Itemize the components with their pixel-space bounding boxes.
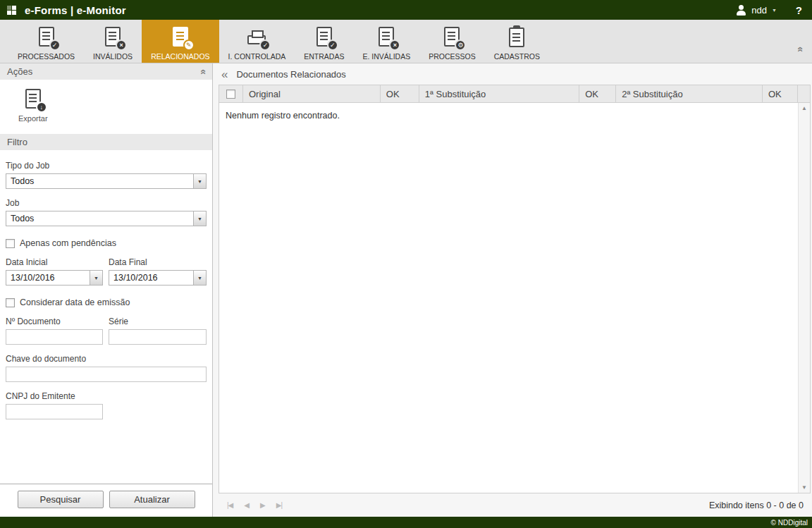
- header-scroll-corner: [798, 85, 810, 102]
- column-header-original[interactable]: Original: [243, 85, 381, 102]
- ribbon-item-invalidos[interactable]: × INVÁLIDOS: [84, 20, 142, 63]
- doc-attach-icon: ✎: [168, 25, 193, 49]
- data-final-picker[interactable]: 13/10/2016 ▼: [109, 270, 207, 286]
- top-bar: e-Forms | e-Monitor ndd ▼ ?: [0, 0, 812, 20]
- ribbon-item-relacionados[interactable]: ✎ RELACIONADOS: [142, 20, 219, 63]
- num-documento-label: Nº Documento: [6, 317, 103, 326]
- ribbon-collapse-button[interactable]: »: [796, 43, 802, 56]
- atualizar-button[interactable]: Atualizar: [109, 491, 195, 508]
- sidebar: Ações » ↓ Exportar Filtro Tipo do Job To…: [0, 63, 213, 517]
- column-header-2a-substituicao[interactable]: 2ª Substituição: [616, 85, 763, 102]
- pendencias-label: Apenas com pendências: [20, 238, 116, 248]
- ribbon-item-processados[interactable]: ✓ PROCESSADOS: [8, 20, 84, 63]
- status-bar: © NDDigital: [0, 517, 812, 528]
- app-title: e-Forms | e-Monitor: [25, 4, 126, 16]
- serie-input[interactable]: [109, 329, 207, 345]
- ribbon-item-label: E. INVÁLIDAS: [362, 52, 410, 61]
- select-all-cell: [219, 85, 243, 102]
- doc-x-icon: ×: [100, 25, 125, 49]
- ribbon-item-label: I. CONTROLADA: [228, 52, 286, 61]
- filter-form: Tipo do Job Todos ▼ Job Todos ▼ Apenas c…: [0, 150, 212, 419]
- column-header-ok-3[interactable]: OK: [763, 85, 798, 102]
- pesquisar-button[interactable]: Pesquisar: [18, 491, 104, 508]
- last-page-button[interactable]: ▶|: [276, 501, 282, 509]
- filter-section-header: Filtro: [0, 134, 212, 150]
- page-title: Documentos Relacionados: [236, 69, 345, 80]
- doc-check-icon: ✓: [34, 25, 59, 49]
- table-header-row: Original OK 1ª Substituição OK 2ª Substi…: [219, 85, 811, 103]
- export-label: Exportar: [18, 114, 48, 123]
- printer-icon: ✓: [244, 25, 269, 49]
- chevron-up-icon: »: [794, 47, 805, 52]
- doc-check-icon: ✓: [312, 25, 337, 49]
- filter-header-label: Filtro: [7, 137, 27, 147]
- first-page-button[interactable]: |◀: [227, 501, 233, 509]
- doc-x-icon: ×: [374, 25, 399, 49]
- collapse-sidebar-icon[interactable]: «: [221, 68, 228, 80]
- tipo-job-select[interactable]: Todos ▼: [6, 173, 207, 189]
- tipo-job-label: Tipo do Job: [6, 161, 207, 171]
- column-header-ok-1[interactable]: OK: [381, 85, 419, 102]
- ribbon-toolbar: ✓ PROCESSADOS × INVÁLIDOS ✎ RELACIONADOS…: [0, 20, 812, 63]
- doc-gear-icon: ⚙: [439, 25, 465, 49]
- pager-status: Exibindo itens 0 - 0 de 0: [709, 501, 804, 510]
- pagination-bar: |◀ ◀ ▶ ▶| Exibindo itens 0 - 0 de 0: [219, 493, 811, 517]
- ribbon-item-entradas[interactable]: ✓ ENTRADAS: [295, 20, 353, 63]
- job-label: Job: [6, 198, 207, 208]
- chave-documento-label: Chave do documento: [6, 354, 207, 364]
- chevron-down-icon[interactable]: ▼: [193, 174, 206, 188]
- emissao-label: Considerar data de emissão: [20, 297, 130, 307]
- ribbon-item-label: PROCESSOS: [429, 52, 476, 61]
- chevron-down-icon[interactable]: ▼: [90, 271, 102, 285]
- export-button[interactable]: ↓ Exportar: [18, 87, 48, 123]
- export-doc-icon: ↓: [20, 87, 46, 111]
- select-all-checkbox[interactable]: [226, 90, 235, 99]
- ribbon-item-label: PROCESSADOS: [18, 52, 75, 61]
- column-header-1a-substituicao[interactable]: 1ª Substituição: [419, 85, 579, 102]
- app-window: e-Forms | e-Monitor ndd ▼ ? ✓ PROCESSADO…: [0, 0, 812, 528]
- chevron-down-icon[interactable]: ▼: [193, 271, 206, 285]
- clipboard-icon: [504, 25, 529, 49]
- data-inicial-picker[interactable]: 13/10/2016 ▼: [6, 270, 103, 286]
- job-select[interactable]: Todos ▼: [6, 211, 207, 226]
- collapse-actions-icon[interactable]: »: [197, 69, 208, 75]
- ribbon-item-processos[interactable]: ⚙ PROCESSOS: [419, 20, 485, 63]
- prev-page-button[interactable]: ◀: [244, 501, 249, 509]
- ribbon-item-i-controlada[interactable]: ✓ I. CONTROLADA: [219, 20, 295, 63]
- cnpj-emitente-label: CNPJ do Emitente: [6, 391, 207, 401]
- column-header-ok-2[interactable]: OK: [579, 85, 616, 102]
- help-button[interactable]: ?: [796, 4, 806, 16]
- documents-table: Original OK 1ª Substituição OK 2ª Substi…: [219, 85, 811, 493]
- next-page-button[interactable]: ▶: [260, 501, 265, 509]
- table-body: Nenhum registro encontrado. ▲ ▼: [219, 103, 811, 493]
- ribbon-item-label: CADASTROS: [494, 52, 540, 61]
- ribbon-item-cadastros[interactable]: CADASTROS: [485, 20, 549, 63]
- sidebar-footer: Pesquisar Atualizar: [0, 484, 212, 517]
- ribbon-item-e-invalidas[interactable]: × E. INVÁLIDAS: [353, 20, 419, 63]
- user-icon: [735, 5, 746, 16]
- ribbon-item-label: INVÁLIDOS: [93, 52, 133, 61]
- scroll-down-icon[interactable]: ▼: [801, 484, 807, 491]
- data-inicial-label: Data Inicial: [6, 257, 103, 267]
- cnpj-emitente-input[interactable]: [6, 404, 103, 419]
- emissao-checkbox[interactable]: [6, 298, 15, 307]
- chave-documento-input[interactable]: [6, 367, 207, 382]
- actions-header-label: Ações: [7, 66, 32, 77]
- ribbon-item-label: RELACIONADOS: [151, 52, 209, 61]
- data-final-label: Data Final: [109, 257, 207, 267]
- vertical-scrollbar[interactable]: ▲ ▼: [798, 103, 810, 493]
- empty-message: Nenhum registro encontrado.: [219, 103, 798, 493]
- ndd-logo-icon: [7, 6, 16, 15]
- scroll-up-icon[interactable]: ▲: [801, 105, 807, 111]
- main-panel: « Documentos Relacionados Original OK 1ª…: [213, 63, 812, 517]
- num-documento-input[interactable]: [6, 329, 103, 345]
- pendencias-checkbox[interactable]: [6, 239, 15, 248]
- chevron-down-icon[interactable]: ▼: [193, 211, 206, 226]
- user-menu-caret-icon[interactable]: ▼: [772, 8, 777, 13]
- main-header: « Documentos Relacionados: [213, 63, 812, 85]
- user-menu[interactable]: ndd: [751, 5, 767, 16]
- ribbon-item-label: ENTRADAS: [304, 52, 344, 61]
- copyright-label: © NDDigital: [771, 519, 808, 527]
- serie-label: Série: [109, 317, 207, 326]
- actions-section-header: Ações »: [0, 63, 212, 80]
